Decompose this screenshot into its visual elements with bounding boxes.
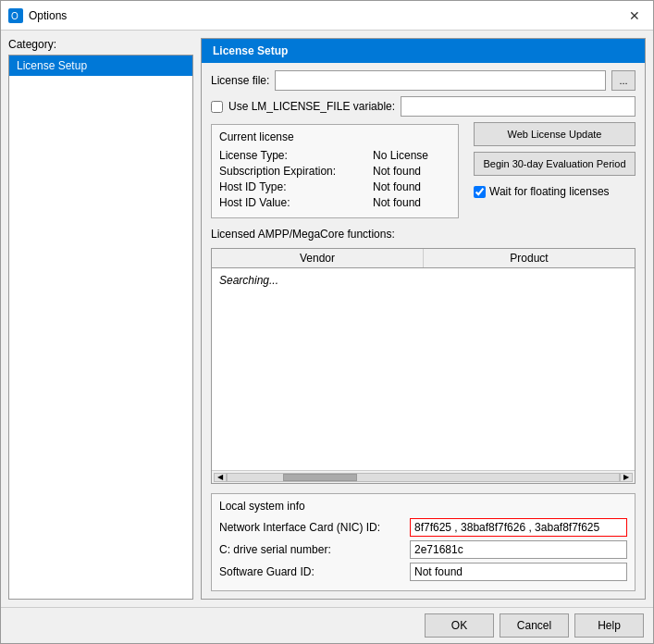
nic-row: Network Interface Card (NIC) ID: 8f7f625… bbox=[219, 518, 627, 537]
wait-floating-row: Wait for floating licenses bbox=[474, 185, 635, 198]
guard-row: Software Guard ID: Not found bbox=[219, 563, 627, 581]
license-type-label: License Type: bbox=[219, 149, 367, 162]
license-type-row: License Type: No License bbox=[219, 149, 450, 162]
host-id-value-row: Host ID Value: Not found bbox=[219, 196, 450, 209]
category-panel: Category: License Setup bbox=[8, 38, 193, 600]
scroll-left-arrow[interactable]: ◀ bbox=[214, 473, 227, 482]
use-lm-input[interactable] bbox=[401, 96, 635, 117]
category-label: Category: bbox=[8, 38, 193, 51]
category-list: License Setup bbox=[8, 55, 193, 600]
svg-text:O: O bbox=[11, 11, 19, 21]
use-lm-label: Use LM_LICENSE_FILE variable: bbox=[228, 100, 395, 113]
table-body[interactable]: Searching... bbox=[212, 268, 635, 470]
nic-label: Network Interface Card (NIC) ID: bbox=[219, 521, 404, 534]
local-info-title: Local system info bbox=[219, 500, 627, 513]
web-license-button[interactable]: Web License Update bbox=[474, 122, 635, 146]
content-inner: License file: ... Use LM_LICENSE_FILE va… bbox=[202, 63, 645, 599]
current-license-title: Current license bbox=[219, 130, 450, 143]
license-file-input[interactable] bbox=[275, 70, 606, 91]
current-license-group: Current license License Type: No License… bbox=[211, 124, 459, 218]
scrollbar-thumb[interactable] bbox=[283, 474, 357, 481]
host-id-type-row: Host ID Type: Not found bbox=[219, 180, 450, 193]
dialog-icon: O bbox=[8, 8, 23, 23]
options-dialog: O Options ✕ Category: License Setup Lice… bbox=[0, 0, 654, 644]
licensed-functions-table: Vendor Product Searching... ◀ ▶ bbox=[211, 248, 635, 484]
scroll-right-arrow[interactable]: ▶ bbox=[620, 473, 633, 482]
cancel-button[interactable]: Cancel bbox=[500, 613, 569, 638]
host-id-type-label: Host ID Type: bbox=[219, 180, 367, 193]
use-lm-checkbox[interactable] bbox=[211, 101, 223, 113]
product-column-header: Product bbox=[424, 249, 635, 267]
subscription-label: Subscription Expiration: bbox=[219, 165, 367, 178]
ok-button[interactable]: OK bbox=[425, 613, 494, 638]
host-id-value-value: Not found bbox=[373, 196, 421, 209]
content-panel: License Setup License file: ... Use LM_L… bbox=[201, 38, 646, 600]
close-button[interactable]: ✕ bbox=[623, 5, 646, 27]
current-license-section: Current license License Type: No License… bbox=[211, 122, 635, 218]
nic-value: 8f7f625 , 38baf8f7f626 , 3abaf8f7f625 bbox=[410, 518, 627, 537]
browse-button[interactable]: ... bbox=[611, 70, 635, 91]
dialog-footer: OK Cancel Help bbox=[1, 607, 653, 643]
title-bar: O Options ✕ bbox=[1, 1, 653, 31]
local-system-info-group: Local system info Network Interface Card… bbox=[211, 493, 635, 591]
license-type-value: No License bbox=[373, 149, 428, 162]
table-header: Vendor Product bbox=[212, 249, 635, 268]
current-license-info: Current license License Type: No License… bbox=[211, 122, 459, 218]
right-buttons: Web License Update Begin 30-day Evaluati… bbox=[474, 122, 635, 218]
license-file-label: License file: bbox=[211, 74, 269, 87]
use-lm-row: Use LM_LICENSE_FILE variable: bbox=[211, 96, 635, 117]
licensed-label: Licensed AMPP/MegaCore functions: bbox=[211, 228, 635, 241]
eval-period-button[interactable]: Begin 30-day Evaluation Period bbox=[474, 152, 635, 176]
title-bar-text: Options bbox=[29, 9, 623, 22]
host-id-value-label: Host ID Value: bbox=[219, 196, 367, 209]
drive-row: C: drive serial number: 2e71681c bbox=[219, 540, 627, 559]
drive-label: C: drive serial number: bbox=[219, 543, 404, 556]
sidebar-item-license-setup[interactable]: License Setup bbox=[9, 56, 192, 76]
drive-value: 2e71681c bbox=[410, 540, 627, 559]
horizontal-scrollbar[interactable]: ◀ ▶ bbox=[212, 470, 635, 483]
content-header: License Setup bbox=[202, 39, 645, 63]
searching-text: Searching... bbox=[212, 268, 635, 292]
license-file-row: License file: ... bbox=[211, 70, 635, 91]
subscription-value: Not found bbox=[373, 165, 421, 178]
subscription-row: Subscription Expiration: Not found bbox=[219, 165, 450, 178]
scrollbar-track[interactable] bbox=[227, 473, 620, 482]
guard-label: Software Guard ID: bbox=[219, 565, 404, 578]
dialog-body: Category: License Setup License Setup Li… bbox=[1, 31, 653, 607]
wait-floating-checkbox[interactable] bbox=[474, 186, 486, 198]
wait-floating-label: Wait for floating licenses bbox=[489, 185, 610, 198]
vendor-column-header: Vendor bbox=[212, 249, 424, 267]
help-button[interactable]: Help bbox=[574, 613, 644, 638]
guard-value: Not found bbox=[410, 563, 627, 581]
host-id-type-value: Not found bbox=[373, 180, 421, 193]
